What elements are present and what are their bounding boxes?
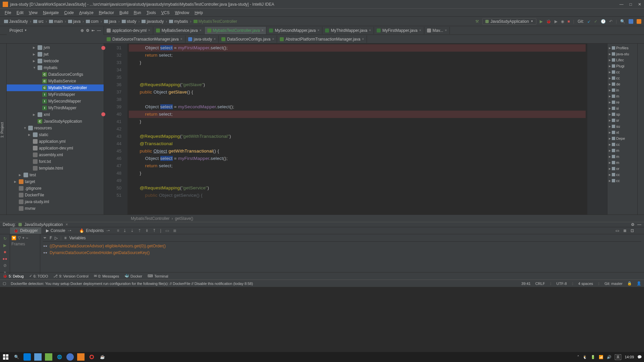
code-line[interactable]: @RequestMapping("getWithTransactional") xyxy=(129,133,586,140)
tree-item[interactable]: ▶target xyxy=(7,178,104,185)
tray-wifi-icon[interactable]: 📶 xyxy=(599,355,603,359)
breakpoint-icon[interactable] xyxy=(101,46,105,50)
code-line[interactable]: @RequestMapping("getSlave") xyxy=(129,81,586,88)
maven-tree-item[interactable]: ▶de xyxy=(609,81,636,87)
menu-analyze[interactable]: Analyze xyxy=(77,10,96,16)
app-icon-1[interactable] xyxy=(23,353,31,361)
maven-tree-item[interactable]: ▶m xyxy=(609,154,636,160)
git-history-icon[interactable]: 🕐 xyxy=(601,19,606,24)
maven-tree-item[interactable]: ▶cc xyxy=(609,69,636,75)
menu-run[interactable]: Run xyxy=(132,10,143,16)
tool-window-button[interactable]: 🐞5: Debug xyxy=(3,274,24,278)
remove-icon[interactable]: − xyxy=(26,236,28,240)
maven-tree-item[interactable]: ▶in xyxy=(609,87,636,93)
app-icon-3[interactable] xyxy=(45,353,52,361)
breadcrumb-item[interactable]: java xyxy=(67,18,82,24)
layout-icon[interactable]: ⊡ xyxy=(631,228,634,233)
code-line[interactable]: return select; xyxy=(129,52,586,59)
start-button[interactable] xyxy=(2,353,9,361)
cursor-position[interactable]: 39:41 xyxy=(521,282,531,286)
layout-icon[interactable]: ≣ xyxy=(623,228,627,233)
run-config-selector[interactable]: JavaStudyApplication ▼ xyxy=(482,18,536,25)
code-line[interactable] xyxy=(129,177,586,184)
maven-tree-item[interactable]: ▶or xyxy=(609,166,636,172)
close-tab-icon[interactable]: × xyxy=(318,28,320,32)
tool-window-button[interactable]: ✓6: TODO xyxy=(29,274,48,278)
locate-icon[interactable]: ⊕ xyxy=(80,28,84,33)
rerun-icon[interactable]: ↻ xyxy=(3,236,7,241)
maven-tree-item[interactable]: ▶cc xyxy=(609,178,636,184)
run-icon[interactable]: ▶ xyxy=(540,19,543,24)
breadcrumb-item[interactable]: main xyxy=(48,18,64,24)
code-line[interactable]: Object select = mySecondMapper.select(); xyxy=(129,103,586,111)
app-icon-6[interactable]: ☕ xyxy=(99,353,106,361)
code-line[interactable] xyxy=(129,66,586,74)
coverage-icon[interactable]: ▶ xyxy=(554,19,557,24)
crumb-class[interactable]: MybatisTestController xyxy=(131,216,169,221)
editor-tab[interactable]: MyThirdMapper.java× xyxy=(322,27,374,34)
gear-icon[interactable]: ⚙ xyxy=(631,222,635,227)
mute-bp-icon[interactable]: ⊘ xyxy=(3,263,7,268)
tree-item[interactable]: DockerFile xyxy=(7,192,104,198)
maven-tree-item[interactable]: ▶m xyxy=(609,147,636,154)
tree-item[interactable]: CDataSourceConfigs xyxy=(7,71,104,78)
search-taskbar-icon[interactable]: 🔍 xyxy=(13,353,20,361)
project-tree[interactable]: ▶jvm▶jwt▶leetcode▼mybatisCDataSourceConf… xyxy=(7,44,104,213)
tree-item[interactable]: assembly.xml xyxy=(7,152,104,158)
help-icon[interactable] xyxy=(637,19,641,24)
maven-tree-item[interactable]: ▶Plugi xyxy=(609,63,636,69)
maven-tree-item[interactable]: ▶sr xyxy=(609,117,636,123)
editor-tab[interactable]: MyBatisService.java× xyxy=(153,27,205,34)
breadcrumb-item[interactable]: mybatis xyxy=(168,18,189,24)
git-commit-icon[interactable]: ✓ xyxy=(594,19,597,24)
tree-item[interactable]: ▼resources xyxy=(7,125,104,131)
maven-tree-item[interactable]: ▶cc xyxy=(609,75,636,81)
maximize-button[interactable]: □ xyxy=(630,2,632,7)
code-line[interactable]: } xyxy=(129,170,586,177)
collapse-icon[interactable]: ⇤ xyxy=(92,28,95,33)
step-icon[interactable]: ⇣ xyxy=(130,228,134,233)
step-icon[interactable]: ⤓ xyxy=(123,228,126,233)
maven-tree-item[interactable]: ▶xt xyxy=(609,129,636,135)
maven-tree-item[interactable]: ▶Lifec xyxy=(609,57,636,63)
windows-taskbar[interactable]: 🔍 🌐 ⭕ ☕ ˄ 🐧 🔋 📶 🔊 英 14:09 💬 xyxy=(0,352,644,362)
maven-tree-item[interactable]: ▶sp xyxy=(609,111,636,117)
code-line[interactable]: public Object getWithTransactional() { xyxy=(129,147,586,155)
code-line[interactable]: @Transactional xyxy=(129,140,586,147)
menu-navigate[interactable]: Navigate xyxy=(41,10,61,16)
tray-ime[interactable]: 英 xyxy=(615,354,621,360)
editor-tab[interactable]: MySecondMapper.java× xyxy=(266,27,322,34)
tool-window-button[interactable]: ⎇9: Version Control xyxy=(53,274,88,278)
code-line[interactable] xyxy=(129,125,586,133)
chrome-icon[interactable]: 🌐 xyxy=(56,353,63,361)
tree-item[interactable]: application.yml xyxy=(7,138,104,145)
crumb-method[interactable]: getSlave() xyxy=(175,216,193,221)
step-icon[interactable]: ≡ xyxy=(117,228,119,233)
tray-qq-icon[interactable]: 🐧 xyxy=(583,355,587,359)
project-label[interactable]: Project xyxy=(9,28,23,33)
close-tab-icon[interactable]: × xyxy=(180,37,182,41)
tree-item[interactable]: .gitignore xyxy=(7,185,104,192)
watch-row-2[interactable]: 👓 DynamicDataSourceContextHolder.getData… xyxy=(43,249,641,256)
breadcrumb-item[interactable]: javastudy xyxy=(140,18,165,24)
minimap[interactable] xyxy=(587,44,607,215)
step-icon[interactable]: ⇡ xyxy=(138,228,141,233)
editor-tab[interactable]: MyFirstMapper.java× xyxy=(374,27,424,34)
code-line[interactable]: } xyxy=(129,59,586,66)
editor-tab[interactable]: AbstractPlatformTransactionManager.java× xyxy=(277,36,367,43)
notifications-icon[interactable]: 💬 xyxy=(637,355,642,359)
octocat-icon[interactable] xyxy=(629,19,633,24)
minimize-button[interactable]: — xyxy=(620,2,624,7)
code-line[interactable]: public Object getSlave() { xyxy=(129,88,586,96)
layout-icon[interactable]: ▭ xyxy=(615,228,619,233)
code-line[interactable] xyxy=(129,74,586,81)
filter-icon[interactable]: ▽ xyxy=(18,236,21,240)
variables-panel[interactable]: ⫧ F▷ | ≡ Variables 👓 ((DynamicDataSource… xyxy=(40,234,644,275)
tree-item[interactable]: IMyThirdMapper xyxy=(7,105,104,111)
breakpoint-icon[interactable] xyxy=(101,112,105,116)
project-tool-button[interactable]: 1: Project xyxy=(0,46,4,215)
stop-icon[interactable]: ■ xyxy=(568,19,570,24)
debug-tab-debugger[interactable]: 🐞Debugger xyxy=(10,227,41,234)
menu-edit[interactable]: Edit xyxy=(14,10,25,16)
code-line[interactable] xyxy=(129,96,586,103)
